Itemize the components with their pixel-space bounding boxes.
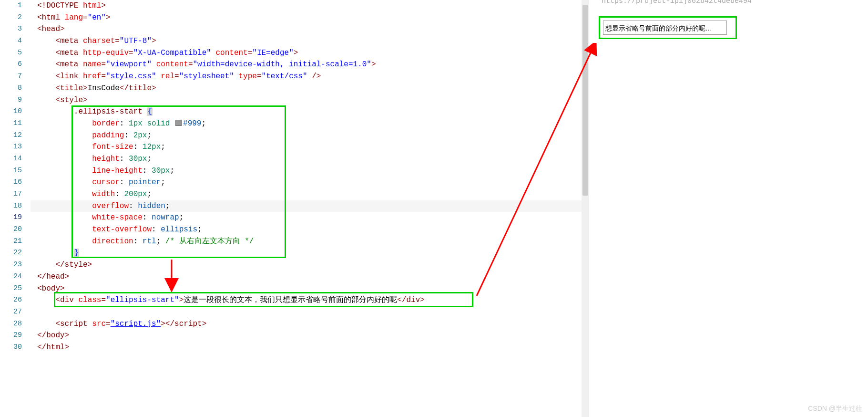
ellipsis-demo-output: ...想显示省略号前面的部分内好的呢 [603,21,727,35]
code-line: <!DOCTYPE html> [31,0,582,12]
scrollbar-thumb[interactable] [582,5,588,196]
code-line: </style> [31,259,582,271]
code-line: width: 200px; [31,188,582,200]
code-line: line-height: 30px; [31,165,582,177]
editor-scrollbar[interactable] [582,0,589,417]
code-line: white-space: nowrap; [31,212,582,224]
code-line: height: 30px; [31,153,582,165]
code-line: } [31,247,582,259]
code-line: </html> [31,342,582,354]
code-line: </head> [31,271,582,283]
code-line: font-size: 12px; [31,141,582,153]
code-line: <div class="ellipsis-start">这是一段很长的文本，我们… [31,294,582,306]
code-line: direction: rtl; /* 从右向左文本方向 */ [31,236,582,248]
code-editor[interactable]: 1 2 3 4 5 6 7 8 9 10 11 12 13 14 15 16 1… [0,0,582,417]
code-line: <meta http-equiv="X-UA-Compatible" conte… [31,47,582,59]
code-line: text-overflow: ellipsis; [31,224,582,236]
watermark-text: CSDN @半生过往 [808,405,862,413]
preview-url: https://project-lplj062b42t4debe494 [602,0,752,5]
code-line: </body> [31,330,582,342]
code-line: <meta charset="UTF-8"> [31,35,582,47]
code-line: <script src="script.js"></script> [31,318,582,330]
preview-highlight-box: ...想显示省略号前面的部分内好的呢 [599,16,737,39]
code-line [31,306,582,318]
code-line: .ellipsis-start { [31,106,582,118]
line-number-gutter: 1 2 3 4 5 6 7 8 9 10 11 12 13 14 15 16 1… [0,0,31,417]
code-line: <head> [31,23,582,35]
code-line: <style> [31,94,582,106]
code-line: border: 1px solid #999; [31,118,582,130]
code-line: <html lang="en"> [31,12,582,24]
code-line: cursor: pointer; [31,177,582,188]
code-line-current: overflow: hidden; [31,200,582,212]
code-line: <meta name="viewport" content="width=dev… [31,59,582,71]
code-area[interactable]: <!DOCTYPE html> <html lang="en"> <head> … [31,0,582,417]
code-line: <body> [31,283,582,295]
code-line: <title>InsCode</title> [31,83,582,94]
code-line: padding: 2px; [31,130,582,142]
code-line: <link href="style.css" rel="stylesheet" … [31,71,582,83]
color-swatch-icon [175,120,182,126]
